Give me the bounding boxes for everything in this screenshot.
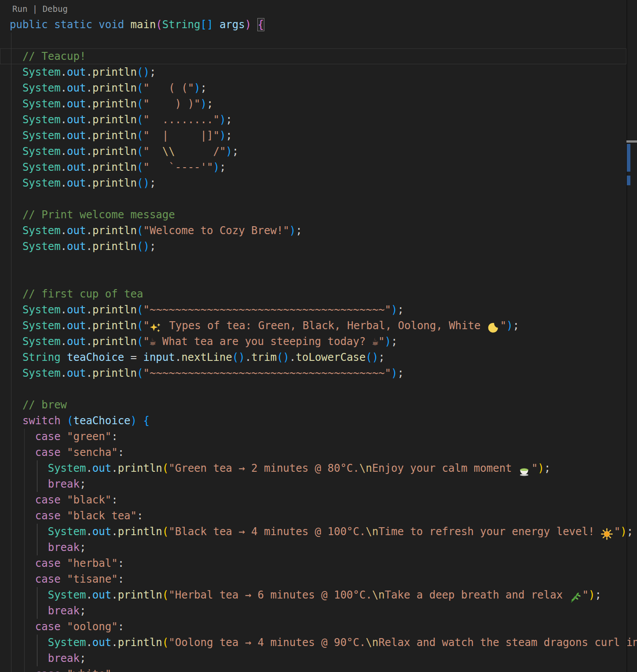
- code-token: [61, 510, 67, 522]
- code-line: System.out.println("~~~~~~~~~~~~~~~~~~~~…: [10, 302, 637, 318]
- code-token: break: [10, 605, 80, 617]
- code-token: println: [118, 589, 162, 601]
- code-token: " | |]": [143, 129, 219, 142]
- code-token: .: [61, 82, 67, 94]
- code-token: case: [10, 494, 61, 506]
- code-token: ;: [595, 589, 601, 601]
- code-token: System: [48, 636, 86, 649]
- code-token: " `----'": [143, 161, 213, 173]
- code-token: ): [289, 224, 296, 237]
- code-line: [10, 381, 637, 397]
- code-token: System: [22, 145, 61, 158]
- ruler-marker: [627, 144, 630, 172]
- code-token: ;: [397, 304, 403, 316]
- code-token: (: [137, 367, 143, 379]
- code-line: [10, 33, 637, 48]
- code-token: .: [86, 525, 92, 538]
- code-token: out: [67, 319, 86, 332]
- code-token: (: [137, 161, 143, 173]
- code-token: .: [86, 161, 92, 173]
- code-token: .: [61, 98, 67, 110]
- code-token: .: [61, 114, 67, 126]
- code-token: [137, 415, 143, 427]
- code-token: (: [156, 18, 162, 31]
- code-token: println: [118, 636, 162, 649]
- code-token: (: [137, 319, 143, 332]
- code-token: break: [10, 541, 80, 554]
- code-token: "tisane": [67, 573, 118, 585]
- code-token: ;: [80, 541, 86, 554]
- code-token: Enjoy your calm moment: [372, 462, 518, 474]
- code-token: System: [22, 319, 61, 332]
- code-token: [213, 18, 219, 31]
- code-token: ;: [207, 98, 213, 110]
- code-token: (: [137, 114, 143, 126]
- run-codelens-link[interactable]: Run: [12, 4, 27, 14]
- code-token: [92, 18, 99, 31]
- code-token: out: [67, 82, 86, 94]
- code-line: case "sencha":: [10, 444, 637, 460]
- code-token: \\: [162, 145, 175, 158]
- code-token: "Black tea → 4 minutes @ 100°C.: [168, 525, 366, 538]
- code-token: (): [366, 351, 378, 364]
- code-token: ): [538, 462, 544, 474]
- code-token: [10, 335, 22, 348]
- code-token: input: [143, 351, 175, 364]
- code-token: System: [22, 335, 61, 348]
- sparkles-emoji: [150, 319, 163, 335]
- code-token: nextLine: [181, 351, 232, 364]
- code-token: case: [10, 621, 61, 633]
- code-token: ): [220, 129, 226, 142]
- code-token: println: [92, 319, 137, 332]
- code-line: // Print welcome message: [10, 207, 637, 223]
- herb-emoji: [569, 589, 582, 605]
- code-token: "sencha": [67, 446, 118, 459]
- code-token: ": [500, 319, 506, 332]
- code-token: (: [162, 636, 168, 649]
- code-token: ;: [226, 129, 232, 142]
- code-line: case "herbal":: [10, 555, 637, 571]
- code-token: System: [22, 129, 61, 142]
- code-token: println: [118, 525, 162, 538]
- code-token: [61, 415, 67, 427]
- code-token: .: [86, 367, 92, 379]
- code-token: [10, 319, 22, 332]
- code-token: (: [162, 525, 168, 538]
- code-token: ;: [80, 478, 86, 490]
- code-token: System: [22, 161, 61, 173]
- code-token: void: [99, 18, 124, 31]
- code-line: System.out.println("Herbal tea → 6 minut…: [10, 587, 637, 603]
- code-token: .: [175, 351, 181, 364]
- code-line: [10, 254, 637, 270]
- code-token: println: [92, 224, 137, 237]
- code-token: "~~~~~~~~~~~~~~~~~~~~~~~~~~~~~~~~~~~~~": [143, 304, 391, 316]
- code-token: teaChoice: [73, 415, 131, 427]
- code-editor: Run | Debug public static void main(Stri…: [0, 0, 637, 672]
- code-token: Time to refresh your energy level!: [378, 525, 601, 538]
- code-line: System.out.println("~~~~~~~~~~~~~~~~~~~~…: [10, 365, 637, 381]
- code-line: System.out.println(" ( (");: [10, 80, 637, 96]
- code-token: (: [137, 129, 143, 142]
- code-token: (: [137, 224, 143, 237]
- code-line: System.out.println("☕ What tea are you s…: [10, 334, 637, 349]
- debug-codelens-link[interactable]: Debug: [43, 4, 68, 14]
- code-token: out: [67, 304, 86, 316]
- code-token: .: [86, 224, 92, 237]
- overview-ruler-scrollbar[interactable]: [626, 0, 637, 672]
- code-line: System.out.println("Green tea → 2 minute…: [10, 460, 637, 476]
- code-line: System.out.println();: [10, 175, 637, 191]
- code-token: ): [620, 525, 626, 538]
- code-token: [10, 129, 22, 142]
- code-area[interactable]: public static void main(String[] args) {…: [10, 17, 637, 672]
- code-token: println: [92, 129, 137, 142]
- code-token: (: [67, 415, 73, 427]
- code-token: println: [92, 145, 137, 158]
- ruler-cursor-mark: [626, 140, 637, 143]
- code-token: println: [92, 161, 137, 173]
- code-token: [10, 367, 22, 379]
- code-token: :: [118, 621, 124, 633]
- code-token: " ( (": [143, 82, 194, 94]
- code-token: "Oolong tea → 4 minutes @ 90°C.: [168, 636, 366, 649]
- code-line: case "black tea":: [10, 508, 637, 524]
- code-token: case: [10, 557, 61, 569]
